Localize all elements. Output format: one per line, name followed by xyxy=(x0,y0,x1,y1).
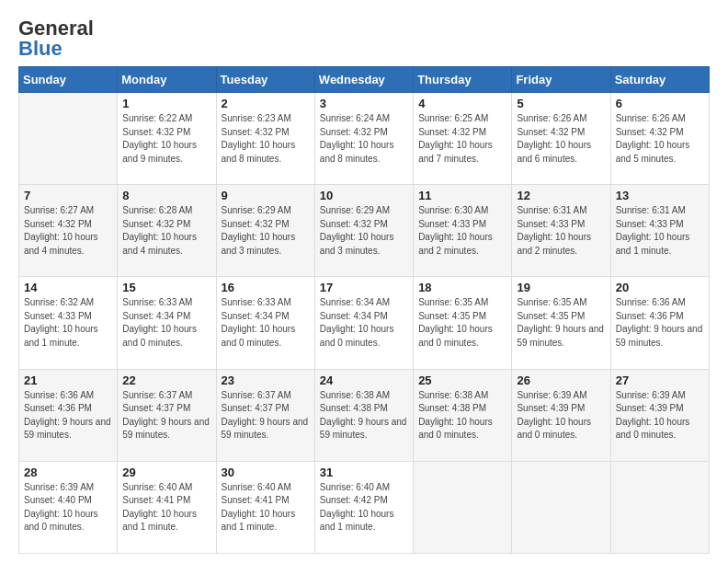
day-info: Sunrise: 6:26 AMSunset: 4:32 PMDaylight:… xyxy=(517,112,605,166)
day-cell: 12Sunrise: 6:31 AMSunset: 4:33 PMDayligh… xyxy=(512,185,610,277)
day-cell xyxy=(414,461,512,553)
day-cell xyxy=(512,461,610,553)
day-cell: 8Sunrise: 6:28 AMSunset: 4:32 PMDaylight… xyxy=(118,185,216,277)
day-cell: 4Sunrise: 6:25 AMSunset: 4:32 PMDaylight… xyxy=(414,93,512,185)
day-cell: 25Sunrise: 6:38 AMSunset: 4:38 PMDayligh… xyxy=(414,369,512,461)
day-info: Sunrise: 6:39 AMSunset: 4:40 PMDaylight:… xyxy=(24,481,112,534)
day-info: Sunrise: 6:36 AMSunset: 4:36 PMDaylight:… xyxy=(616,296,704,350)
day-number: 18 xyxy=(418,281,506,294)
weekday-header-friday: Friday xyxy=(512,67,610,93)
day-number: 21 xyxy=(24,373,112,387)
day-cell: 29Sunrise: 6:40 AMSunset: 4:41 PMDayligh… xyxy=(118,461,216,553)
day-number: 26 xyxy=(517,373,605,387)
day-cell: 19Sunrise: 6:35 AMSunset: 4:35 PMDayligh… xyxy=(512,277,610,369)
day-info: Sunrise: 6:30 AMSunset: 4:33 PMDaylight:… xyxy=(418,204,506,258)
day-cell: 3Sunrise: 6:24 AMSunset: 4:32 PMDaylight… xyxy=(314,93,413,185)
day-number: 28 xyxy=(24,465,112,479)
day-number: 19 xyxy=(517,281,605,294)
day-cell: 17Sunrise: 6:34 AMSunset: 4:34 PMDayligh… xyxy=(314,277,413,369)
day-cell: 13Sunrise: 6:31 AMSunset: 4:33 PMDayligh… xyxy=(610,185,709,277)
weekday-header-saturday: Saturday xyxy=(610,67,709,93)
day-info: Sunrise: 6:39 AMSunset: 4:39 PMDaylight:… xyxy=(517,389,605,442)
day-cell: 26Sunrise: 6:39 AMSunset: 4:39 PMDayligh… xyxy=(512,369,610,461)
day-info: Sunrise: 6:34 AMSunset: 4:34 PMDaylight:… xyxy=(320,296,408,350)
week-row-4: 21Sunrise: 6:36 AMSunset: 4:36 PMDayligh… xyxy=(19,369,710,461)
day-info: Sunrise: 6:33 AMSunset: 4:34 PMDaylight:… xyxy=(122,296,210,350)
day-cell: 2Sunrise: 6:23 AMSunset: 4:32 PMDaylight… xyxy=(216,93,314,185)
day-number: 15 xyxy=(122,281,210,294)
day-number: 14 xyxy=(24,281,112,294)
day-info: Sunrise: 6:25 AMSunset: 4:32 PMDaylight:… xyxy=(418,112,506,166)
day-cell: 31Sunrise: 6:40 AMSunset: 4:42 PMDayligh… xyxy=(314,461,413,553)
day-number: 7 xyxy=(24,189,112,202)
day-cell: 24Sunrise: 6:38 AMSunset: 4:38 PMDayligh… xyxy=(314,369,413,461)
header: General Blue xyxy=(18,17,710,59)
day-cell: 15Sunrise: 6:33 AMSunset: 4:34 PMDayligh… xyxy=(118,277,216,369)
day-info: Sunrise: 6:32 AMSunset: 4:33 PMDaylight:… xyxy=(24,296,112,350)
day-info: Sunrise: 6:29 AMSunset: 4:32 PMDaylight:… xyxy=(320,204,408,258)
day-info: Sunrise: 6:31 AMSunset: 4:33 PMDaylight:… xyxy=(517,204,605,258)
day-number: 1 xyxy=(122,97,210,110)
weekday-header-sunday: Sunday xyxy=(19,67,118,93)
day-cell: 9Sunrise: 6:29 AMSunset: 4:32 PMDaylight… xyxy=(216,185,314,277)
day-number: 27 xyxy=(616,373,704,387)
day-info: Sunrise: 6:35 AMSunset: 4:35 PMDaylight:… xyxy=(517,296,605,350)
weekday-header-thursday: Thursday xyxy=(414,67,512,93)
day-cell: 10Sunrise: 6:29 AMSunset: 4:32 PMDayligh… xyxy=(314,185,413,277)
day-number: 16 xyxy=(222,281,310,294)
day-info: Sunrise: 6:31 AMSunset: 4:33 PMDaylight:… xyxy=(616,204,704,258)
day-cell: 14Sunrise: 6:32 AMSunset: 4:33 PMDayligh… xyxy=(19,277,118,369)
day-number: 22 xyxy=(122,373,210,387)
day-info: Sunrise: 6:40 AMSunset: 4:41 PMDaylight:… xyxy=(222,481,310,534)
day-info: Sunrise: 6:39 AMSunset: 4:39 PMDaylight:… xyxy=(616,389,704,442)
day-cell xyxy=(610,461,709,553)
day-number: 11 xyxy=(418,189,506,202)
day-number: 9 xyxy=(222,189,310,202)
day-info: Sunrise: 6:37 AMSunset: 4:37 PMDaylight:… xyxy=(122,389,210,442)
day-info: Sunrise: 6:24 AMSunset: 4:32 PMDaylight:… xyxy=(320,112,408,166)
weekday-header-wednesday: Wednesday xyxy=(314,67,413,93)
calendar-table: SundayMondayTuesdayWednesdayThursdayFrid… xyxy=(18,66,710,554)
logo: General Blue xyxy=(18,17,94,59)
day-info: Sunrise: 6:28 AMSunset: 4:32 PMDaylight:… xyxy=(122,204,210,258)
day-cell: 22Sunrise: 6:37 AMSunset: 4:37 PMDayligh… xyxy=(118,369,216,461)
day-number: 30 xyxy=(222,465,310,479)
day-info: Sunrise: 6:38 AMSunset: 4:38 PMDaylight:… xyxy=(418,389,506,442)
day-number: 13 xyxy=(616,189,704,202)
day-number: 29 xyxy=(122,465,210,479)
week-row-3: 14Sunrise: 6:32 AMSunset: 4:33 PMDayligh… xyxy=(19,277,710,369)
day-number: 4 xyxy=(418,97,506,110)
day-cell: 30Sunrise: 6:40 AMSunset: 4:41 PMDayligh… xyxy=(216,461,314,553)
day-info: Sunrise: 6:36 AMSunset: 4:36 PMDaylight:… xyxy=(24,389,112,442)
day-cell: 20Sunrise: 6:36 AMSunset: 4:36 PMDayligh… xyxy=(610,277,709,369)
day-cell: 6Sunrise: 6:26 AMSunset: 4:32 PMDaylight… xyxy=(610,93,709,185)
day-info: Sunrise: 6:23 AMSunset: 4:32 PMDaylight:… xyxy=(222,112,310,166)
weekday-header-tuesday: Tuesday xyxy=(216,67,314,93)
week-row-2: 7Sunrise: 6:27 AMSunset: 4:32 PMDaylight… xyxy=(19,185,710,277)
day-cell xyxy=(19,93,118,185)
day-cell: 27Sunrise: 6:39 AMSunset: 4:39 PMDayligh… xyxy=(610,369,709,461)
weekday-header-row: SundayMondayTuesdayWednesdayThursdayFrid… xyxy=(19,67,710,93)
day-cell: 18Sunrise: 6:35 AMSunset: 4:35 PMDayligh… xyxy=(414,277,512,369)
day-cell: 28Sunrise: 6:39 AMSunset: 4:40 PMDayligh… xyxy=(19,461,118,553)
day-cell: 7Sunrise: 6:27 AMSunset: 4:32 PMDaylight… xyxy=(19,185,118,277)
day-number: 6 xyxy=(616,97,704,110)
day-info: Sunrise: 6:22 AMSunset: 4:32 PMDaylight:… xyxy=(122,112,210,166)
day-info: Sunrise: 6:40 AMSunset: 4:42 PMDaylight:… xyxy=(320,481,408,534)
day-info: Sunrise: 6:40 AMSunset: 4:41 PMDaylight:… xyxy=(122,481,210,534)
day-number: 24 xyxy=(320,373,408,387)
day-number: 3 xyxy=(320,97,408,110)
logo-blue-word: Blue xyxy=(18,39,63,59)
day-number: 20 xyxy=(616,281,704,294)
day-info: Sunrise: 6:26 AMSunset: 4:32 PMDaylight:… xyxy=(616,112,704,166)
day-number: 5 xyxy=(517,97,605,110)
page: General Blue SundayMondayTuesdayWednesda… xyxy=(0,0,728,563)
day-cell: 11Sunrise: 6:30 AMSunset: 4:33 PMDayligh… xyxy=(414,185,512,277)
day-cell: 1Sunrise: 6:22 AMSunset: 4:32 PMDaylight… xyxy=(118,93,216,185)
day-cell: 5Sunrise: 6:26 AMSunset: 4:32 PMDaylight… xyxy=(512,93,610,185)
day-info: Sunrise: 6:33 AMSunset: 4:34 PMDaylight:… xyxy=(222,296,310,350)
week-row-1: 1Sunrise: 6:22 AMSunset: 4:32 PMDaylight… xyxy=(19,93,710,185)
day-number: 2 xyxy=(222,97,310,110)
day-info: Sunrise: 6:35 AMSunset: 4:35 PMDaylight:… xyxy=(418,296,506,350)
day-number: 23 xyxy=(222,373,310,387)
